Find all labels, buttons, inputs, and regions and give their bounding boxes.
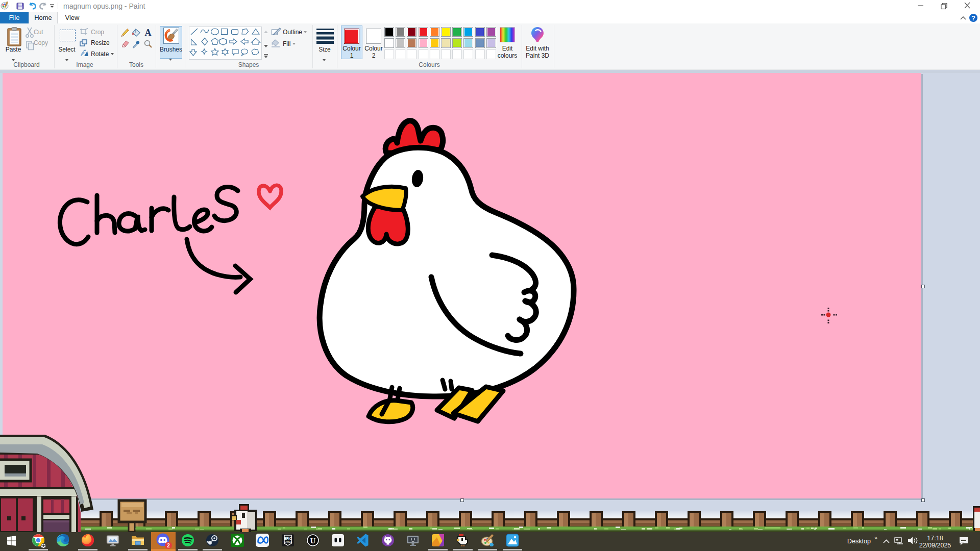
svg-text:?: ? xyxy=(971,14,975,22)
svg-text:EPIC: EPIC xyxy=(284,537,291,540)
svg-text:A: A xyxy=(145,28,152,38)
svg-text:Desktop: Desktop xyxy=(847,538,871,545)
svg-text:2: 2 xyxy=(167,543,170,548)
svg-text:GAMES: GAMES xyxy=(284,541,292,543)
svg-text:U: U xyxy=(310,537,316,545)
svg-text:17:18: 17:18 xyxy=(927,535,943,542)
svg-text:22/09/2025: 22/09/2025 xyxy=(919,542,951,549)
svg-text:»: » xyxy=(874,535,877,541)
